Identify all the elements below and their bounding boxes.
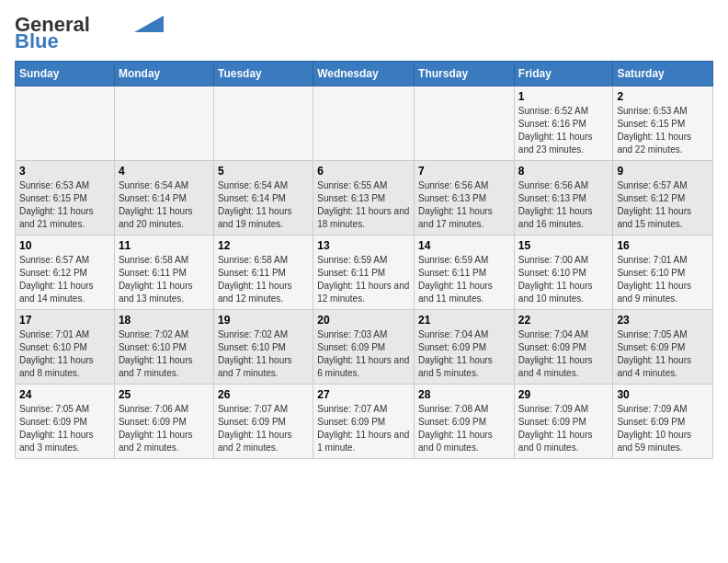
day-number: 24 — [19, 388, 110, 401]
calendar-cell — [415, 86, 515, 161]
day-info: Sunrise: 7:00 AM Sunset: 6:10 PM Dayligh… — [518, 254, 609, 305]
calendar-cell: 7Sunrise: 6:56 AM Sunset: 6:13 PM Daylig… — [415, 161, 515, 236]
weekday-header: Wednesday — [313, 62, 415, 86]
day-info: Sunrise: 6:56 AM Sunset: 6:13 PM Dayligh… — [518, 179, 609, 231]
day-number: 2 — [617, 90, 709, 103]
day-number: 26 — [218, 388, 309, 401]
calendar-week-row: 24Sunrise: 7:05 AM Sunset: 6:09 PM Dayli… — [16, 385, 713, 459]
calendar-cell: 14Sunrise: 6:59 AM Sunset: 6:11 PM Dayli… — [415, 236, 515, 310]
day-number: 8 — [518, 165, 609, 178]
day-info: Sunrise: 6:55 AM Sunset: 6:13 PM Dayligh… — [317, 179, 410, 231]
calendar-cell: 11Sunrise: 6:58 AM Sunset: 6:11 PM Dayli… — [114, 236, 213, 310]
day-info: Sunrise: 7:05 AM Sunset: 6:09 PM Dayligh… — [617, 328, 709, 380]
calendar-cell: 9Sunrise: 6:57 AM Sunset: 6:12 PM Daylig… — [613, 161, 713, 236]
day-info: Sunrise: 7:01 AM Sunset: 6:10 PM Dayligh… — [19, 328, 110, 380]
day-number: 12 — [218, 239, 309, 252]
svg-marker-0 — [134, 16, 164, 32]
day-info: Sunrise: 6:58 AM Sunset: 6:11 PM Dayligh… — [218, 254, 309, 305]
calendar-cell: 13Sunrise: 6:59 AM Sunset: 6:11 PM Dayli… — [313, 236, 415, 310]
day-number: 7 — [418, 165, 510, 178]
day-number: 14 — [418, 239, 510, 252]
day-number: 15 — [518, 239, 609, 252]
day-number: 28 — [418, 388, 510, 401]
day-info: Sunrise: 6:53 AM Sunset: 6:15 PM Dayligh… — [617, 105, 709, 156]
day-info: Sunrise: 6:57 AM Sunset: 6:12 PM Dayligh… — [19, 254, 110, 305]
day-number: 13 — [317, 239, 410, 252]
day-number: 10 — [19, 239, 110, 252]
day-number: 18 — [119, 314, 210, 327]
day-info: Sunrise: 6:56 AM Sunset: 6:13 PM Dayligh… — [418, 179, 510, 231]
day-number: 11 — [119, 239, 210, 252]
logo: General Blue — [15, 15, 164, 52]
day-number: 3 — [19, 165, 110, 178]
calendar-cell — [213, 86, 313, 161]
day-info: Sunrise: 6:59 AM Sunset: 6:11 PM Dayligh… — [418, 254, 510, 305]
weekday-header: Tuesday — [213, 62, 313, 86]
day-info: Sunrise: 7:03 AM Sunset: 6:09 PM Dayligh… — [317, 328, 410, 380]
day-number: 1 — [518, 90, 609, 103]
calendar-cell: 26Sunrise: 7:07 AM Sunset: 6:09 PM Dayli… — [213, 385, 313, 459]
day-info: Sunrise: 7:08 AM Sunset: 6:09 PM Dayligh… — [418, 403, 510, 454]
calendar-cell: 20Sunrise: 7:03 AM Sunset: 6:09 PM Dayli… — [313, 310, 415, 385]
day-number: 4 — [119, 165, 210, 178]
day-number: 19 — [218, 314, 309, 327]
day-number: 17 — [19, 314, 110, 327]
logo-icon — [134, 16, 164, 32]
page-header: General Blue — [15, 15, 713, 52]
calendar-cell: 17Sunrise: 7:01 AM Sunset: 6:10 PM Dayli… — [16, 310, 115, 385]
calendar-cell: 25Sunrise: 7:06 AM Sunset: 6:09 PM Dayli… — [114, 385, 213, 459]
day-info: Sunrise: 7:04 AM Sunset: 6:09 PM Dayligh… — [518, 328, 609, 380]
calendar-week-row: 1Sunrise: 6:52 AM Sunset: 6:16 PM Daylig… — [16, 86, 713, 161]
day-info: Sunrise: 7:09 AM Sunset: 6:09 PM Dayligh… — [617, 403, 709, 454]
weekday-header: Thursday — [415, 62, 515, 86]
calendar-cell: 1Sunrise: 6:52 AM Sunset: 6:16 PM Daylig… — [514, 86, 613, 161]
day-info: Sunrise: 6:57 AM Sunset: 6:12 PM Dayligh… — [617, 179, 709, 231]
day-number: 20 — [317, 314, 410, 327]
weekday-header: Saturday — [613, 62, 713, 86]
calendar-cell: 28Sunrise: 7:08 AM Sunset: 6:09 PM Dayli… — [415, 385, 515, 459]
weekday-header: Friday — [514, 62, 613, 86]
calendar-cell: 2Sunrise: 6:53 AM Sunset: 6:15 PM Daylig… — [613, 86, 713, 161]
weekday-header: Monday — [114, 62, 213, 86]
weekday-header: Sunday — [16, 62, 115, 86]
day-number: 29 — [518, 388, 609, 401]
day-number: 27 — [317, 388, 410, 401]
calendar-week-row: 10Sunrise: 6:57 AM Sunset: 6:12 PM Dayli… — [16, 236, 713, 310]
day-info: Sunrise: 7:09 AM Sunset: 6:09 PM Dayligh… — [518, 403, 609, 454]
calendar-cell: 18Sunrise: 7:02 AM Sunset: 6:10 PM Dayli… — [114, 310, 213, 385]
calendar-week-row: 17Sunrise: 7:01 AM Sunset: 6:10 PM Dayli… — [16, 310, 713, 385]
day-number: 9 — [617, 165, 709, 178]
calendar-cell — [114, 86, 213, 161]
day-info: Sunrise: 7:07 AM Sunset: 6:09 PM Dayligh… — [317, 403, 410, 454]
day-info: Sunrise: 7:01 AM Sunset: 6:10 PM Dayligh… — [617, 254, 709, 305]
day-info: Sunrise: 6:58 AM Sunset: 6:11 PM Dayligh… — [119, 254, 210, 305]
day-number: 21 — [418, 314, 510, 327]
day-info: Sunrise: 6:54 AM Sunset: 6:14 PM Dayligh… — [218, 179, 309, 231]
calendar-cell: 27Sunrise: 7:07 AM Sunset: 6:09 PM Dayli… — [313, 385, 415, 459]
day-number: 22 — [518, 314, 609, 327]
day-number: 16 — [617, 239, 709, 252]
calendar-week-row: 3Sunrise: 6:53 AM Sunset: 6:15 PM Daylig… — [16, 161, 713, 236]
day-info: Sunrise: 7:07 AM Sunset: 6:09 PM Dayligh… — [218, 403, 309, 454]
calendar-table: SundayMondayTuesdayWednesdayThursdayFrid… — [15, 61, 713, 459]
day-info: Sunrise: 7:05 AM Sunset: 6:09 PM Dayligh… — [19, 403, 110, 454]
day-number: 6 — [317, 165, 410, 178]
logo-blue: Blue — [15, 31, 59, 52]
calendar-cell: 5Sunrise: 6:54 AM Sunset: 6:14 PM Daylig… — [213, 161, 313, 236]
day-number: 5 — [218, 165, 309, 178]
day-number: 30 — [617, 388, 709, 401]
day-info: Sunrise: 7:04 AM Sunset: 6:09 PM Dayligh… — [418, 328, 510, 380]
calendar-cell: 4Sunrise: 6:54 AM Sunset: 6:14 PM Daylig… — [114, 161, 213, 236]
calendar-cell: 23Sunrise: 7:05 AM Sunset: 6:09 PM Dayli… — [613, 310, 713, 385]
calendar-cell: 10Sunrise: 6:57 AM Sunset: 6:12 PM Dayli… — [16, 236, 115, 310]
day-info: Sunrise: 7:06 AM Sunset: 6:09 PM Dayligh… — [119, 403, 210, 454]
calendar-cell: 12Sunrise: 6:58 AM Sunset: 6:11 PM Dayli… — [213, 236, 313, 310]
calendar-cell: 24Sunrise: 7:05 AM Sunset: 6:09 PM Dayli… — [16, 385, 115, 459]
calendar-cell: 3Sunrise: 6:53 AM Sunset: 6:15 PM Daylig… — [16, 161, 115, 236]
calendar-cell — [313, 86, 415, 161]
calendar-cell: 30Sunrise: 7:09 AM Sunset: 6:09 PM Dayli… — [613, 385, 713, 459]
calendar-cell: 6Sunrise: 6:55 AM Sunset: 6:13 PM Daylig… — [313, 161, 415, 236]
day-info: Sunrise: 6:53 AM Sunset: 6:15 PM Dayligh… — [19, 179, 110, 231]
calendar-cell: 16Sunrise: 7:01 AM Sunset: 6:10 PM Dayli… — [613, 236, 713, 310]
day-info: Sunrise: 7:02 AM Sunset: 6:10 PM Dayligh… — [218, 328, 309, 380]
